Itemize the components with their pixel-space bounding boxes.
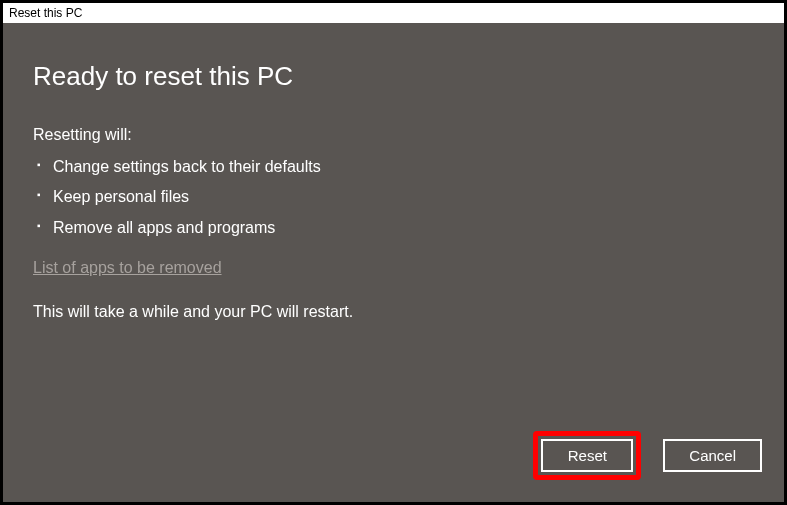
bullet-item: Remove all apps and programs	[35, 213, 754, 243]
reset-pc-dialog: Reset this PC Ready to reset this PC Res…	[0, 0, 787, 505]
dialog-content: Ready to reset this PC Resetting will: C…	[3, 23, 784, 502]
page-title: Ready to reset this PC	[33, 61, 754, 92]
reset-button[interactable]: Reset	[541, 439, 633, 472]
bullet-item: Keep personal files	[35, 182, 754, 212]
subheading: Resetting will:	[33, 126, 754, 144]
notice-text: This will take a while and your PC will …	[33, 303, 754, 321]
reset-highlight: Reset	[533, 431, 641, 480]
titlebar: Reset this PC	[3, 3, 784, 23]
cancel-button[interactable]: Cancel	[663, 439, 762, 472]
button-row: Reset Cancel	[533, 431, 762, 480]
window-title: Reset this PC	[9, 6, 82, 20]
bullet-item: Change settings back to their defaults	[35, 152, 754, 182]
bullet-list: Change settings back to their defaults K…	[35, 152, 754, 243]
apps-to-remove-link[interactable]: List of apps to be removed	[33, 259, 222, 277]
